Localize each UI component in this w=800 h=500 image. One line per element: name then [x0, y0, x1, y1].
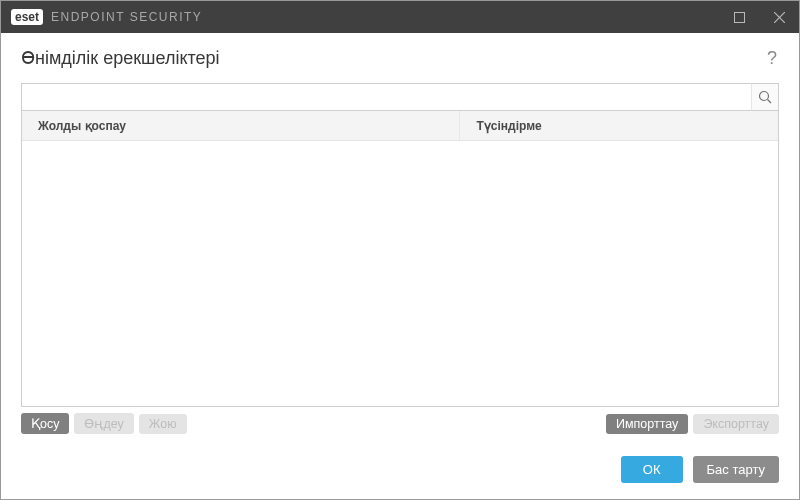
header-row: Өнімділік ерекшеліктері ?: [21, 47, 779, 69]
brand-logo: eset: [11, 9, 43, 25]
delete-button: Жою: [139, 414, 187, 434]
column-header-comment[interactable]: Түсіндірме: [460, 111, 778, 140]
table-toolbar: Қосу Өңдеу Жою Импорттау Экспорттау: [21, 413, 779, 434]
table-header: Жолды қоспау Түсіндірме: [22, 111, 778, 141]
add-button[interactable]: Қосу: [21, 413, 69, 434]
search-bar: [21, 83, 779, 111]
svg-point-3: [760, 92, 769, 101]
close-icon: [774, 12, 785, 23]
ok-button[interactable]: ОК: [621, 456, 683, 483]
page-title: Өнімділік ерекшеліктері: [21, 47, 220, 69]
search-button[interactable]: [751, 83, 779, 111]
dialog-footer: ОК Бас тарту: [21, 456, 779, 483]
svg-rect-0: [734, 12, 744, 22]
close-button[interactable]: [759, 1, 799, 33]
search-input[interactable]: [21, 83, 779, 111]
svg-line-4: [768, 100, 772, 104]
minimize-icon: [734, 12, 745, 23]
help-icon: ?: [767, 48, 777, 68]
table-body[interactable]: [22, 141, 778, 406]
cancel-button[interactable]: Бас тарту: [693, 456, 779, 483]
brand-logo-text: eset: [11, 9, 43, 25]
edit-button: Өңдеу: [74, 413, 133, 434]
minimize-button[interactable]: [719, 1, 759, 33]
exclusions-table: Жолды қоспау Түсіндірме: [21, 111, 779, 407]
export-button: Экспорттау: [693, 414, 779, 434]
search-icon: [758, 90, 772, 104]
help-button[interactable]: ?: [765, 48, 779, 69]
import-button[interactable]: Импорттау: [606, 414, 688, 434]
app-title: ENDPOINT SECURITY: [51, 10, 202, 24]
titlebar: eset ENDPOINT SECURITY: [1, 1, 799, 33]
content-area: Өнімділік ерекшеліктері ? Жолды қоспау Т…: [1, 33, 799, 499]
column-header-path[interactable]: Жолды қоспау: [22, 111, 460, 140]
